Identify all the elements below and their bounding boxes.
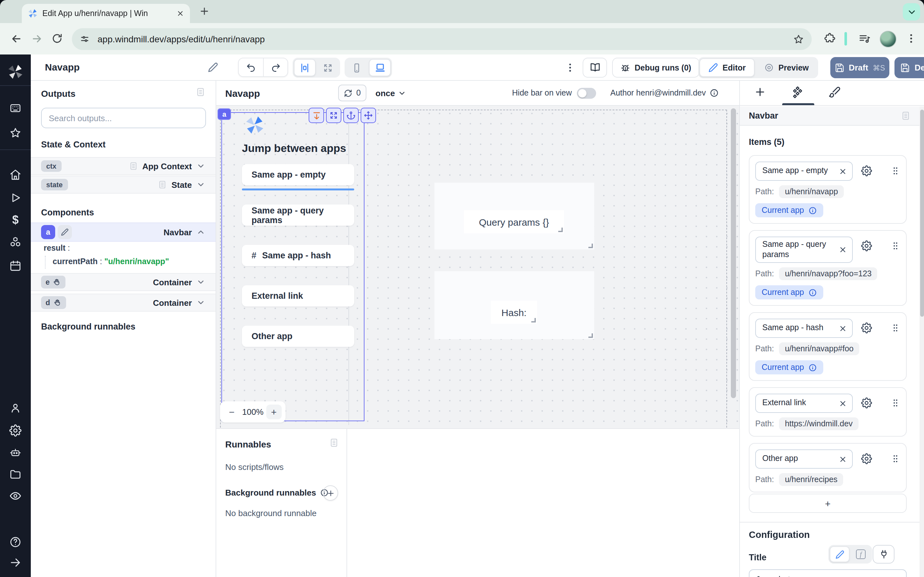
item-settings-gear-icon[interactable] bbox=[861, 454, 872, 464]
edit-id-button[interactable] bbox=[58, 225, 72, 239]
item-drag-handle-icon[interactable] bbox=[891, 240, 900, 251]
item-path[interactable]: u/henri/navapp#foo bbox=[779, 343, 859, 356]
toolbar-kebab-icon[interactable] bbox=[565, 62, 575, 73]
pinned-extension-icon[interactable] bbox=[845, 32, 847, 45]
navbar-nav-button[interactable]: Other app bbox=[242, 326, 354, 347]
item-drag-handle-icon[interactable] bbox=[891, 165, 900, 176]
component-e-badge[interactable]: e bbox=[41, 276, 66, 288]
static-value-button[interactable] bbox=[830, 546, 850, 562]
component-navbar-row[interactable]: a Navbar bbox=[31, 222, 216, 242]
item-label-input[interactable]: Same app - hash bbox=[755, 319, 853, 338]
component-container-e-row[interactable]: e Container bbox=[31, 273, 216, 291]
component-doc-icon[interactable] bbox=[901, 111, 911, 121]
title-input[interactable] bbox=[749, 569, 907, 577]
navbar-nav-button[interactable]: Same app - query params bbox=[242, 205, 354, 226]
rail-users-person-icon[interactable] bbox=[9, 402, 21, 414]
rail-settings-gear-icon[interactable] bbox=[9, 424, 21, 437]
query-params-container[interactable]: Query params {} bbox=[435, 183, 594, 250]
info-icon[interactable] bbox=[809, 364, 817, 372]
full-width-button[interactable] bbox=[317, 59, 339, 76]
clear-x-icon[interactable] bbox=[838, 400, 847, 408]
current-app-badge[interactable]: Current app bbox=[755, 285, 823, 300]
back-icon[interactable] bbox=[10, 33, 23, 45]
draft-button[interactable]: Draft ⌘S bbox=[830, 57, 889, 78]
chevron-down-icon[interactable] bbox=[196, 298, 205, 307]
component-settings-tab-icon[interactable] bbox=[791, 86, 804, 99]
state-row[interactable]: state State bbox=[31, 176, 216, 193]
navbar-nav-button[interactable]: Same app - empty bbox=[242, 164, 354, 185]
resize-handle[interactable] bbox=[588, 334, 593, 338]
hash-container[interactable]: Hash: bbox=[435, 271, 594, 339]
window-chevron-button[interactable] bbox=[903, 3, 920, 21]
rail-resources-boxes-icon[interactable] bbox=[9, 237, 21, 249]
connect-input-button[interactable] bbox=[873, 545, 895, 564]
resize-handle[interactable] bbox=[531, 318, 536, 322]
tab-close-icon[interactable] bbox=[176, 10, 184, 17]
chevron-down-icon[interactable] bbox=[196, 161, 205, 171]
url-bar[interactable]: app.windmill.dev/apps/edit/u/henri/navap… bbox=[72, 28, 812, 50]
item-drag-handle-icon[interactable] bbox=[891, 398, 900, 409]
rail-help-question-icon[interactable] bbox=[9, 536, 21, 548]
runnables-doc-icon[interactable] bbox=[329, 438, 339, 448]
rail-runs-play-icon[interactable] bbox=[9, 192, 21, 204]
editor-tab[interactable]: Editor bbox=[699, 58, 754, 77]
item-drag-handle-icon[interactable] bbox=[891, 454, 900, 464]
bookmark-star-icon[interactable] bbox=[793, 34, 804, 45]
info-icon[interactable] bbox=[809, 206, 817, 214]
add-background-runnable-button[interactable] bbox=[323, 485, 338, 501]
rail-variables-dollar-icon[interactable]: $ bbox=[12, 213, 19, 227]
rail-favorites-star-icon[interactable] bbox=[9, 127, 21, 139]
windmill-logo-icon[interactable] bbox=[7, 63, 24, 80]
resize-handle[interactable] bbox=[558, 227, 563, 232]
new-tab-icon[interactable] bbox=[199, 6, 210, 17]
navbar-nav-button[interactable]: External link bbox=[242, 285, 354, 306]
mobile-view-button[interactable] bbox=[346, 59, 368, 76]
item-path[interactable]: u/henri/navapp?foo=123 bbox=[779, 268, 877, 280]
info-icon[interactable] bbox=[809, 288, 817, 297]
component-d-badge[interactable]: d bbox=[41, 296, 66, 309]
debug-runs-button[interactable]: Debug runs (0) bbox=[612, 58, 699, 77]
theme-brush-tab-icon[interactable] bbox=[829, 86, 841, 98]
item-label-input[interactable]: Other app bbox=[755, 450, 853, 469]
fullscreen-button[interactable] bbox=[326, 108, 341, 123]
expand-down-button[interactable] bbox=[309, 108, 324, 123]
hash-text[interactable]: Hash: bbox=[491, 301, 537, 324]
zoom-in-button[interactable]: + bbox=[266, 405, 282, 419]
move-button[interactable] bbox=[360, 108, 376, 123]
clear-x-icon[interactable] bbox=[838, 324, 847, 333]
preview-tab[interactable]: Preview bbox=[756, 58, 817, 77]
clear-x-icon[interactable] bbox=[838, 455, 847, 464]
rail-audit-eye-icon[interactable] bbox=[9, 490, 21, 502]
search-outputs-input[interactable] bbox=[41, 108, 206, 128]
item-drag-handle-icon[interactable] bbox=[891, 323, 900, 334]
url-text[interactable]: app.windmill.dev/apps/edit/u/henri/navap… bbox=[97, 34, 785, 44]
panel-scrollbar[interactable] bbox=[920, 110, 924, 317]
item-settings-gear-icon[interactable] bbox=[861, 323, 872, 334]
media-playlist-icon[interactable] bbox=[859, 33, 871, 45]
item-path[interactable]: u/henri/recipes bbox=[779, 474, 843, 486]
insert-component-tab-plus-icon[interactable] bbox=[754, 86, 766, 98]
centered-layout-button[interactable] bbox=[294, 59, 316, 76]
browser-tab[interactable]: Edit App u/henri/navapp | Win bbox=[22, 4, 190, 23]
rail-schedules-calendar-icon[interactable] bbox=[9, 259, 21, 272]
anchor-button[interactable] bbox=[343, 108, 359, 123]
expression-button[interactable]: f bbox=[851, 546, 871, 562]
browser-menu-kebab-icon[interactable] bbox=[905, 33, 917, 44]
clear-x-icon[interactable] bbox=[838, 245, 847, 254]
navbar-nav-button[interactable]: # Same app - hash bbox=[242, 245, 354, 266]
app-canvas[interactable]: a Jump between apps Same app - empty Sam… bbox=[216, 106, 739, 428]
undo-button[interactable] bbox=[239, 58, 263, 76]
rail-apps-icon[interactable] bbox=[9, 102, 21, 114]
site-settings-icon[interactable] bbox=[79, 34, 90, 44]
reload-icon[interactable] bbox=[51, 33, 63, 44]
clear-x-icon[interactable] bbox=[838, 167, 847, 175]
extensions-puzzle-icon[interactable] bbox=[824, 33, 835, 44]
ctx-row[interactable]: ctx App Context bbox=[31, 157, 216, 175]
component-a-badge[interactable]: a bbox=[41, 225, 55, 239]
item-path[interactable]: u/henri/navapp bbox=[779, 185, 843, 198]
item-settings-gear-icon[interactable] bbox=[861, 240, 872, 251]
refresh-icon[interactable] bbox=[344, 89, 352, 97]
rename-pencil-icon[interactable] bbox=[208, 62, 218, 73]
current-app-badge[interactable]: Current app bbox=[755, 203, 823, 218]
hide-bar-toggle[interactable] bbox=[577, 87, 596, 98]
